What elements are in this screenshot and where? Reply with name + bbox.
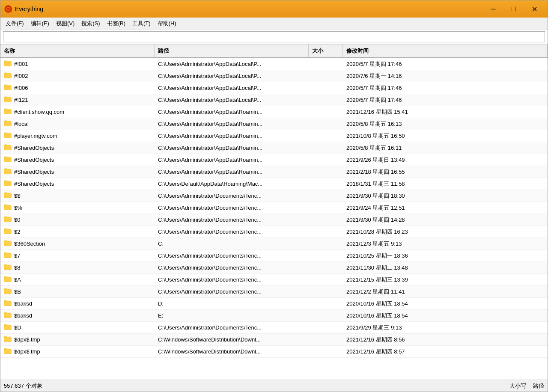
- file-path-cell: C:\Users\Administrator\AppData\Local\P..…: [155, 94, 309, 106]
- table-row[interactable]: $DC:\Users\Administrator\Documents\Tenc.…: [0, 322, 548, 334]
- table-row[interactable]: #!006C:\Users\Administrator\AppData\Loca…: [0, 82, 548, 94]
- file-name-text: #SharedObjects: [14, 169, 54, 175]
- table-row[interactable]: #SharedObjectsC:\Users\Administrator\App…: [0, 154, 548, 166]
- file-modified-cell: 2021/12/3 星期五 9:13: [343, 238, 548, 249]
- file-modified-cell: 2020/5/8 星期五 16:13: [343, 118, 548, 130]
- file-list[interactable]: #!001C:\Users\Administrator\AppData\Loca…: [0, 58, 548, 380]
- table-row[interactable]: $8C:\Users\Administrator\Documents\Tenc.…: [0, 262, 548, 274]
- folder-icon: [4, 60, 12, 68]
- file-name-text: #SharedObjects: [14, 181, 54, 187]
- table-row[interactable]: #client.show.qq.comC:\Users\Administrato…: [0, 106, 548, 118]
- file-size-cell: [309, 274, 343, 285]
- col-header-path[interactable]: 路径: [155, 45, 309, 57]
- search-input[interactable]: [3, 31, 545, 42]
- table-row[interactable]: $%C:\Users\Administrator\Documents\Tenc.…: [0, 202, 548, 214]
- table-row[interactable]: #localC:\Users\Administrator\AppData\Roa…: [0, 118, 548, 130]
- col-header-modified[interactable]: 修改时间: [343, 45, 548, 57]
- file-path-cell: C:\Users\Administrator\AppData\Roamin...: [155, 130, 309, 142]
- file-name-text: #local: [14, 121, 29, 127]
- file-name-text: $baksd: [14, 300, 32, 307]
- file-modified-cell: 2021/12/16 星期四 8:56: [343, 334, 548, 345]
- file-modified-cell: 2021/12/15 星期三 13:39: [343, 274, 548, 285]
- table-row[interactable]: $BC:\Users\Administrator\Documents\Tenc.…: [0, 286, 548, 298]
- table-row[interactable]: $0C:\Users\Administrator\Documents\Tenc.…: [0, 214, 548, 226]
- folder-icon: [4, 192, 12, 200]
- file-path-cell: C:\Users\Administrator\Documents\Tenc...: [155, 286, 309, 297]
- col-header-name[interactable]: 名称: [0, 45, 155, 57]
- file-path-cell: C:\Users\Administrator\Documents\Tenc...: [155, 190, 309, 202]
- maximize-button[interactable]: □: [504, 3, 524, 15]
- table-row[interactable]: $2C:\Users\Administrator\Documents\Tenc.…: [0, 226, 548, 238]
- file-name-text: #client.show.qq.com: [14, 109, 64, 115]
- file-modified-cell: 2021/9/29 星期三 9:13: [343, 322, 548, 333]
- file-name-cell: $dpx$.tmp: [0, 334, 155, 345]
- file-size-cell: [309, 154, 343, 166]
- file-modified-cell: 2021/12/16 星期四 15:41: [343, 106, 548, 118]
- menu-item-帮助(H)[interactable]: 帮助(H): [154, 18, 180, 29]
- table-row[interactable]: $360SectionC:2021/12/3 星期五 9:13: [0, 238, 548, 250]
- menu-item-文件(F)[interactable]: 文件(F): [2, 18, 27, 29]
- menu-item-书签(B)[interactable]: 书签(B): [104, 18, 129, 29]
- file-path-cell: C:: [155, 238, 309, 249]
- file-name-cell: #SharedObjects: [0, 178, 155, 190]
- file-modified-cell: 2021/10/28 星期四 16:23: [343, 226, 548, 238]
- file-path-cell: E:: [155, 310, 309, 321]
- folder-icon: [4, 264, 12, 272]
- table-row[interactable]: $AC:\Users\Administrator\Documents\Tenc.…: [0, 274, 548, 286]
- file-name-text: $dpx$.tmp: [14, 336, 40, 343]
- minimize-button[interactable]: ─: [483, 3, 503, 15]
- menu-item-视图(V)[interactable]: 视图(V): [53, 18, 78, 29]
- table-row[interactable]: $7C:\Users\Administrator\Documents\Tenc.…: [0, 250, 548, 262]
- table-row[interactable]: $dpx$.tmpC:\Windows\SoftwareDistribution…: [0, 334, 548, 346]
- file-size-cell: [309, 166, 343, 178]
- col-header-size[interactable]: 大小: [309, 45, 343, 57]
- everything-window: Everything ─ □ ✕ 文件(F)编辑(E)视图(V)搜索(S)书签(…: [0, 0, 548, 392]
- folder-icon: [4, 336, 12, 344]
- folder-icon: [4, 240, 12, 248]
- menu-item-编辑(E)[interactable]: 编辑(E): [27, 18, 53, 29]
- file-name-text: $0: [14, 217, 20, 223]
- file-name-cell: #!002: [0, 70, 155, 82]
- table-row[interactable]: $baksdE:2020/10/16 星期五 18:54: [0, 310, 548, 322]
- table-row[interactable]: #player.mgtv.comC:\Users\Administrator\A…: [0, 130, 548, 142]
- file-size-cell: [309, 82, 343, 94]
- file-size-cell: [309, 106, 343, 118]
- file-path-cell: C:\Users\Administrator\Documents\Tenc...: [155, 262, 309, 273]
- table-row[interactable]: $baksdD:2020/10/16 星期五 18:54: [0, 298, 548, 310]
- file-path-cell: C:\Users\Default\AppData\Roaming\Mac...: [155, 178, 309, 190]
- title-bar-controls: ─ □ ✕: [483, 3, 544, 15]
- folder-icon: [4, 132, 12, 140]
- file-modified-cell: 2021/11/30 星期二 13:48: [343, 262, 548, 273]
- menu-item-工具(T)[interactable]: 工具(T): [129, 18, 154, 29]
- table-row[interactable]: #!001C:\Users\Administrator\AppData\Loca…: [0, 58, 548, 70]
- table-row[interactable]: #SharedObjectsC:\Users\Default\AppData\R…: [0, 178, 548, 190]
- close-button[interactable]: ✕: [524, 3, 544, 15]
- file-size-cell: [309, 70, 343, 82]
- table-row[interactable]: #!121C:\Users\Administrator\AppData\Loca…: [0, 94, 548, 106]
- file-size-cell: [309, 262, 343, 273]
- file-name-text: #!002: [14, 73, 28, 79]
- file-name-cell: $dpx$.tmp: [0, 346, 155, 357]
- table-row[interactable]: $dpx$.tmpC:\Windows\SoftwareDistribution…: [0, 346, 548, 358]
- file-name-cell: $$: [0, 190, 155, 202]
- file-name-cell: $baksd: [0, 298, 155, 309]
- table-row[interactable]: $$C:\Users\Administrator\Documents\Tenc.…: [0, 190, 548, 202]
- file-size-cell: [309, 226, 343, 238]
- table-row[interactable]: #SharedObjectsC:\Users\Administrator\App…: [0, 142, 548, 154]
- table-row[interactable]: #!002C:\Users\Administrator\AppData\Loca…: [0, 70, 548, 82]
- table-row[interactable]: #SharedObjectsC:\Users\Administrator\App…: [0, 166, 548, 178]
- file-path-cell: C:\Users\Administrator\Documents\Tenc...: [155, 322, 309, 333]
- folder-icon: [4, 312, 12, 320]
- file-name-cell: #!006: [0, 82, 155, 94]
- file-name-cell: $D: [0, 322, 155, 333]
- status-size-label: 大小写: [509, 382, 526, 390]
- menu-item-搜索(S)[interactable]: 搜索(S): [78, 18, 103, 29]
- file-name-text: $D: [14, 324, 21, 331]
- file-size-cell: [309, 250, 343, 261]
- file-modified-cell: 2020/7/6 星期一 14:16: [343, 70, 548, 82]
- folder-icon: [4, 228, 12, 236]
- search-bar: [0, 30, 548, 45]
- status-right: 大小写 路径: [509, 382, 544, 390]
- file-size-cell: [309, 178, 343, 190]
- file-modified-cell: 2020/10/16 星期五 18:54: [343, 310, 548, 321]
